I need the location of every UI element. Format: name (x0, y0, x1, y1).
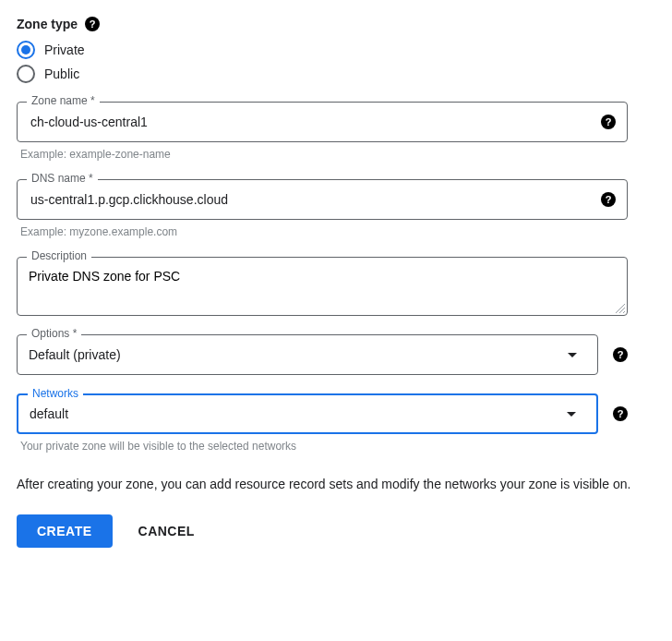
options-select[interactable]: Options * Default (private) (17, 334, 598, 375)
dns-name-hint: Example: myzone.example.com (20, 225, 624, 238)
help-icon[interactable]: ? (601, 192, 616, 207)
zone-name-label: Zone name * (27, 94, 100, 107)
options-value: Default (private) (29, 347, 558, 362)
radio-label: Public (44, 67, 79, 81)
cancel-button[interactable]: CANCEL (135, 514, 198, 548)
dns-name-field[interactable]: DNS name * ? (17, 179, 628, 220)
chevron-down-icon (567, 412, 576, 417)
options-label: Options * (27, 327, 81, 340)
networks-label: Networks (28, 387, 83, 400)
description-label: Description (27, 249, 91, 262)
zone-type-private-radio[interactable]: Private (17, 41, 655, 59)
zone-type-label: Zone type (17, 17, 78, 31)
help-icon[interactable]: ? (601, 115, 616, 129)
create-button[interactable]: CREATE (17, 514, 113, 548)
info-text: After creating your zone, you can add re… (17, 475, 644, 494)
zone-name-field[interactable]: Zone name * ? (17, 102, 628, 142)
help-icon[interactable]: ? (85, 17, 100, 31)
help-icon[interactable]: ? (613, 406, 628, 421)
networks-value: default (30, 406, 558, 421)
resize-handle-icon (616, 304, 625, 313)
networks-hint: Your private zone will be visible to the… (20, 440, 624, 453)
zone-type-public-radio[interactable]: Public (17, 65, 655, 83)
zone-name-hint: Example: example-zone-name (20, 148, 624, 161)
radio-label: Private (44, 42, 85, 57)
help-icon[interactable]: ? (613, 347, 628, 362)
radio-selected-icon (17, 41, 35, 59)
zone-name-input[interactable] (29, 114, 601, 130)
networks-select[interactable]: Networks default (17, 393, 598, 434)
description-input[interactable] (29, 258, 616, 315)
chevron-down-icon (568, 353, 577, 357)
dns-name-input[interactable] (29, 191, 601, 208)
radio-unselected-icon (17, 65, 35, 83)
description-field[interactable]: Description (17, 257, 628, 316)
dns-name-label: DNS name * (27, 172, 98, 185)
